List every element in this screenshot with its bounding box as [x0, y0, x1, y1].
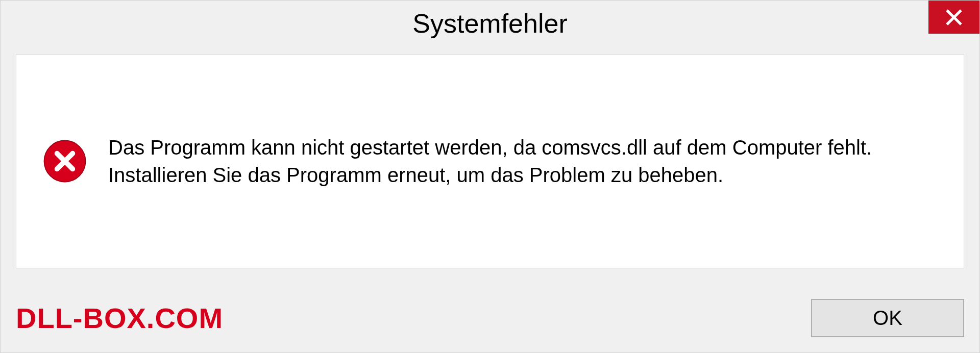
error-icon	[42, 138, 88, 184]
titlebar: Systemfehler	[1, 1, 979, 46]
ok-button[interactable]: OK	[811, 299, 964, 337]
error-message: Das Programm kann nicht gestartet werden…	[108, 134, 938, 189]
error-dialog: Systemfehler Das Programm kann nicht ges…	[0, 0, 980, 353]
close-button[interactable]	[928, 1, 979, 34]
dialog-title: Systemfehler	[412, 8, 567, 39]
close-icon	[945, 8, 963, 27]
footer: DLL-BOX.COM OK	[16, 299, 964, 337]
content-panel: Das Programm kann nicht gestartet werden…	[16, 54, 964, 268]
watermark-text: DLL-BOX.COM	[16, 301, 223, 335]
